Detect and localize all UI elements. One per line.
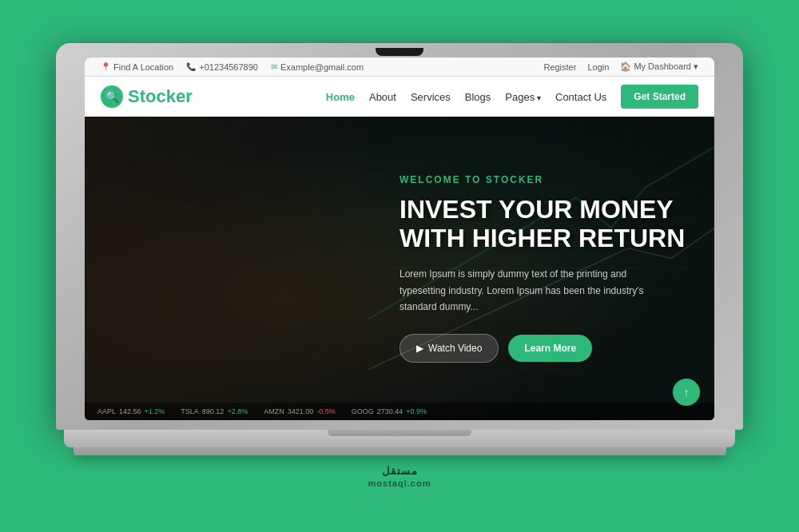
ticker-item-4: GOOG 2730.44 +0.9% — [352, 407, 427, 415]
hero-title-line1: INVEST YOUR MONEY — [400, 195, 685, 224]
hero-title: INVEST YOUR MONEY WITH HIGHER RETURN — [400, 195, 685, 254]
nav-links: Home About Services Blogs Pages Contact … — [326, 85, 698, 109]
phone-item: 📞 +01234567890 — [186, 62, 258, 72]
ticker-item-3: AMZN 3421.00 -0.5% — [264, 407, 336, 415]
ticker-item-2: TSLA 890.12 +2.8% — [181, 407, 248, 415]
ticker-item-1: AAPL 142.56 +1.2% — [97, 407, 165, 415]
camera-notch — [376, 48, 423, 56]
play-icon: ▶ — [416, 343, 423, 354]
hero-content: WELCOME TO STOCKER INVEST YOUR MONEY WIT… — [85, 142, 709, 395]
phone-icon: 📞 — [186, 62, 196, 71]
hero-title-line2: WITH HIGHER RETURN — [400, 224, 685, 253]
login-link[interactable]: Login — [587, 62, 609, 72]
website-content: 📍 Find A Location 📞 +01234567890 ✉ Examp… — [85, 58, 714, 420]
learn-more-button[interactable]: Learn More — [508, 335, 592, 362]
laptop-scene: 📍 Find A Location 📞 +01234567890 ✉ Examp… — [56, 43, 743, 489]
laptop-stand — [74, 447, 726, 455]
location-item: 📍 Find A Location — [101, 62, 173, 72]
nav-services[interactable]: Services — [411, 91, 451, 103]
nav-pages[interactable]: Pages — [505, 91, 541, 103]
watermark-subtext: mostaql.com — [368, 478, 431, 488]
watch-video-button[interactable]: ▶ Watch Video — [400, 334, 499, 363]
location-icon: 📍 — [101, 62, 110, 71]
laptop-screen: 📍 Find A Location 📞 +01234567890 ✉ Examp… — [85, 58, 714, 420]
topbar-right: Register Login 🏠 My Dashboard ▾ — [543, 62, 698, 72]
navbar: 🔍 Stocker Home About Services Blogs Page… — [85, 77, 714, 117]
laptop-outer: 📍 Find A Location 📞 +01234567890 ✉ Examp… — [56, 43, 743, 455]
location-text: Find A Location — [113, 62, 173, 72]
laptop-bezel: 📍 Find A Location 📞 +01234567890 ✉ Examp… — [56, 43, 743, 430]
email-item: ✉ Example@gmail.com — [271, 62, 364, 72]
nav-contact[interactable]: Contact Us — [555, 91, 606, 103]
watermark: مستقل mostaql.com — [56, 465, 743, 489]
logo[interactable]: 🔍 Stocker — [101, 85, 193, 108]
topbar-left: 📍 Find A Location 📞 +01234567890 ✉ Examp… — [101, 62, 364, 72]
register-link[interactable]: Register — [543, 62, 576, 72]
hero-section: WELCOME TO STOCKER INVEST YOUR MONEY WIT… — [85, 117, 714, 420]
dashboard-link[interactable]: 🏠 My Dashboard ▾ — [620, 62, 698, 72]
welcome-label: WELCOME TO STOCKER — [400, 174, 685, 185]
nav-about[interactable]: About — [369, 91, 396, 103]
hero-subtitle: Lorem Ipsum is simply dummy text of the … — [400, 266, 655, 315]
nav-blogs[interactable]: Blogs — [465, 91, 491, 103]
logo-text: Stocker — [128, 86, 193, 107]
phone-text: +01234567890 — [199, 62, 258, 72]
laptop-base — [64, 430, 735, 447]
scroll-up-button[interactable]: ↑ — [673, 379, 700, 406]
email-text: Example@gmail.com — [280, 62, 364, 72]
hero-buttons: ▶ Watch Video Learn More — [400, 334, 685, 363]
top-bar: 📍 Find A Location 📞 +01234567890 ✉ Examp… — [85, 58, 714, 77]
email-icon: ✉ — [271, 62, 277, 71]
get-started-button[interactable]: Get Started — [621, 85, 698, 109]
watermark-text: مستقل — [56, 465, 743, 477]
logo-icon: 🔍 — [101, 85, 123, 108]
ticker-bar: AAPL 142.56 +1.2% TSLA 890.12 +2.8% AMZN — [85, 403, 714, 420]
laptop-hinge — [328, 430, 471, 436]
nav-home[interactable]: Home — [326, 91, 355, 103]
logo-search-icon: 🔍 — [105, 90, 119, 103]
